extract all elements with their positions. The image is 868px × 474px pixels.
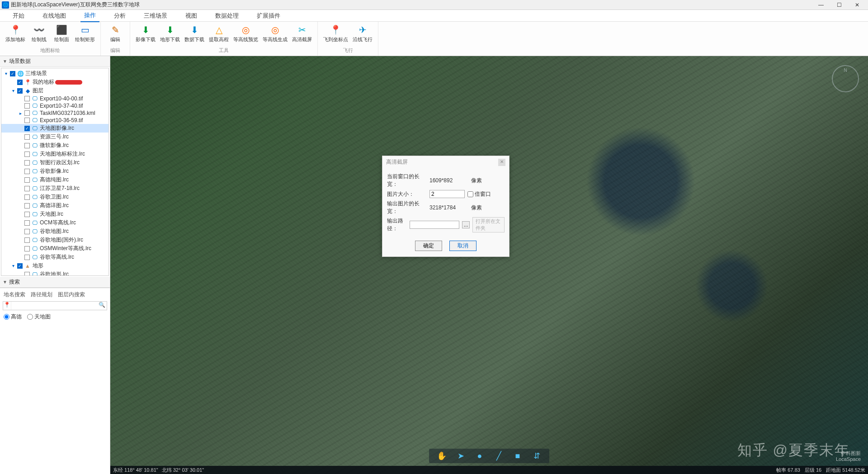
layer-checkbox[interactable] — [24, 96, 30, 101]
maximize-button[interactable]: ☐ — [830, 0, 848, 10]
tree-node[interactable]: ▾▲地形 — [1, 261, 108, 270]
tree-node[interactable]: 🖵谷歌卫图.lrc — [1, 193, 108, 201]
search-input[interactable] — [11, 302, 97, 310]
expand-icon[interactable]: ▾ — [10, 263, 16, 268]
layer-checkbox[interactable] — [24, 212, 30, 217]
layer-checkbox[interactable] — [24, 220, 30, 226]
layer-checkbox[interactable] — [24, 160, 30, 166]
layer-checkbox[interactable] — [24, 169, 30, 174]
open-folder-button[interactable]: 打开所在文件夹 — [472, 217, 505, 232]
tree-node[interactable]: ▾🌐三维场景 — [1, 69, 108, 78]
layer-checkbox[interactable] — [24, 134, 30, 140]
search-header[interactable]: ▼ 搜索 — [0, 277, 110, 288]
line-icon[interactable]: ╱ — [493, 450, 504, 461]
layer-checkbox[interactable] — [24, 203, 30, 209]
ribbon-绘制线[interactable]: 〰️绘制线 — [28, 23, 50, 46]
menu-tab-3[interactable]: 分析 — [110, 10, 129, 22]
tree-node[interactable]: 🖵高德详图.lrc — [1, 201, 108, 210]
menu-tab-7[interactable]: 扩展插件 — [253, 10, 284, 22]
scene-data-header[interactable]: ▼ 场景数据 — [0, 56, 110, 67]
tree-node[interactable]: 🖵微软影像.lrc — [1, 141, 108, 150]
expand-icon[interactable]: ▸ — [18, 111, 23, 116]
tree-node[interactable]: 📍我的地标 — [1, 78, 108, 86]
image-size-input[interactable] — [429, 190, 465, 198]
browse-button[interactable]: ... — [462, 221, 470, 228]
layer-checkbox[interactable] — [24, 110, 30, 116]
ribbon-绘制面[interactable]: ⬛绘制面 — [51, 23, 72, 46]
menu-tab-2[interactable]: 操作 — [80, 9, 99, 22]
polygon-icon[interactable]: ■ — [512, 450, 523, 461]
tree-node[interactable]: 🖵OCM等高线.lrc — [1, 218, 108, 227]
ok-button[interactable]: 确定 — [415, 241, 442, 251]
tree-node[interactable]: 🖵Export10-36-59.tif — [1, 117, 108, 124]
ribbon-地形下载[interactable]: ⬇地形下载 — [158, 23, 182, 46]
layer-checkbox[interactable] — [17, 80, 23, 85]
ribbon-提取高程[interactable]: △提取高程 — [207, 23, 231, 46]
select-icon[interactable]: ➤ — [455, 450, 466, 461]
ribbon-数据下载[interactable]: ⬇数据下载 — [183, 23, 206, 46]
layer-checkbox[interactable] — [24, 237, 30, 243]
analysis-icon[interactable]: ⇵ — [531, 450, 542, 461]
expand-icon[interactable]: ▾ — [10, 88, 16, 93]
tree-node[interactable]: 🖵高德纯图.lrc — [1, 175, 108, 184]
layer-checkbox[interactable] — [24, 255, 30, 260]
tree-node[interactable]: 🖵谷歌地图.lrc — [1, 227, 108, 236]
dialog-close-button[interactable]: ✕ — [498, 159, 505, 166]
layer-checkbox[interactable] — [24, 194, 30, 200]
output-path-input[interactable] — [410, 221, 459, 229]
search-tab-0[interactable]: 地名搜索 — [4, 291, 25, 299]
layer-checkbox[interactable] — [17, 88, 23, 94]
tree-node[interactable]: 🖵OSMWinter等高线.lrc — [1, 244, 108, 253]
provider-radio-1[interactable]: 天地图 — [27, 313, 51, 321]
ribbon-等高线生成[interactable]: ◎等高线生成 — [261, 23, 289, 46]
layer-tree[interactable]: ▾🌐三维场景📍我的地标▾◆图层🖵Export10-40-00.tif🖵Expor… — [1, 68, 109, 276]
layer-checkbox[interactable] — [24, 126, 30, 131]
expand-icon[interactable]: ▾ — [3, 71, 9, 76]
ribbon-影像下载[interactable]: ⬇影像下载 — [134, 23, 157, 46]
map-viewport[interactable]: 高清截屏 ✕ 当前窗口的长宽： 1609*892 像素 图片大小： 倍窗口 输出… — [110, 56, 868, 474]
location-icon[interactable]: 📍 — [3, 302, 11, 310]
cancel-button[interactable]: 取消 — [449, 241, 476, 251]
compass-icon[interactable] — [832, 65, 859, 92]
tree-node[interactable]: ▾◆图层 — [1, 86, 108, 95]
tree-node[interactable]: 🖵谷歌影像.lrc — [1, 167, 108, 175]
ribbon-编辑[interactable]: ✎编辑 — [104, 23, 126, 46]
layer-checkbox[interactable] — [24, 177, 30, 183]
tree-node[interactable]: 🖵天地图地标标注.lrc — [1, 150, 108, 158]
tree-node[interactable]: 🖵谷歌地图(国外).lrc — [1, 236, 108, 244]
menu-tab-6[interactable]: 数据处理 — [212, 10, 242, 22]
layer-checkbox[interactable] — [24, 272, 30, 276]
layer-checkbox[interactable] — [17, 263, 23, 269]
layer-checkbox[interactable] — [24, 118, 30, 123]
tree-node[interactable]: 🖵智图行政区划.lrc — [1, 158, 108, 167]
layer-checkbox[interactable] — [24, 103, 30, 109]
menu-tab-1[interactable]: 在线地图 — [39, 10, 70, 22]
ribbon-等高线预览[interactable]: ◎等高线预览 — [231, 23, 260, 46]
ribbon-绘制矩形[interactable]: ▭绘制矩形 — [73, 23, 97, 46]
search-tab-2[interactable]: 图层内搜索 — [58, 291, 85, 299]
menu-tab-4[interactable]: 三维场景 — [140, 10, 171, 22]
pan-icon[interactable]: ✋ — [436, 450, 447, 461]
ribbon-沿线飞行[interactable]: ✈沿线飞行 — [351, 23, 374, 46]
menu-tab-0[interactable]: 开始 — [9, 10, 28, 22]
search-tab-1[interactable]: 路径规划 — [31, 291, 52, 299]
provider-radio-0[interactable]: 高德 — [4, 313, 22, 321]
tree-node[interactable]: 🖵天地图影像.lrc — [1, 124, 108, 133]
layer-checkbox[interactable] — [24, 143, 30, 148]
tree-node[interactable]: 🖵Export10-40-00.tif — [1, 95, 108, 102]
layer-checkbox[interactable] — [24, 186, 30, 191]
ribbon-飞到坐标点[interactable]: 📍飞到坐标点 — [321, 23, 350, 46]
layer-checkbox[interactable] — [24, 229, 30, 234]
tree-node[interactable]: 🖵江苏卫星7-18.lrc — [1, 184, 108, 193]
layer-checkbox[interactable] — [10, 71, 15, 76]
layer-checkbox[interactable] — [24, 246, 30, 251]
ribbon-高清截屏[interactable]: ✂高清截屏 — [290, 23, 314, 46]
tree-node[interactable]: 🖵资源三号.lrc — [1, 133, 108, 141]
times-window-checkbox[interactable]: 倍窗口 — [467, 190, 491, 198]
tree-node[interactable]: 🖵谷歌地形.lrc — [1, 270, 108, 276]
ribbon-添加地标[interactable]: 📍添加地标 — [4, 23, 27, 46]
tree-node[interactable]: 🖵天地图.lrc — [1, 210, 108, 218]
close-button[interactable]: ✕ — [848, 0, 866, 10]
tree-node[interactable]: ▸🖵TaskIMG03271036.kml — [1, 109, 108, 117]
point-icon[interactable]: ● — [474, 450, 485, 461]
